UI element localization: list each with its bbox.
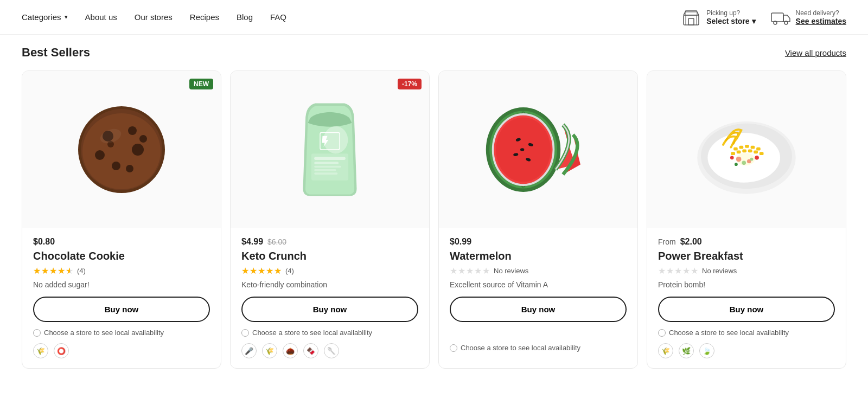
svg-point-36 bbox=[520, 148, 524, 151]
availability-dot bbox=[241, 329, 249, 337]
store-availability[interactable]: Choose a store to see local availability bbox=[22, 322, 221, 343]
product-icon: 🥄 bbox=[324, 343, 339, 358]
buy-now-button[interactable]: Buy now bbox=[450, 297, 627, 322]
availability-dot bbox=[33, 329, 41, 337]
nav-right: Picking up? Select store ▾ Need delivery… bbox=[681, 8, 846, 27]
availability-text: Choose a store to see local availability bbox=[44, 329, 164, 337]
svg-rect-46 bbox=[731, 152, 735, 155]
categories-button[interactable]: Categories ▾ bbox=[22, 12, 68, 22]
chevron-down-icon: ▾ bbox=[65, 14, 68, 21]
product-icon: ⭕ bbox=[54, 343, 69, 358]
store-label: Picking up? bbox=[706, 9, 755, 17]
svg-rect-49 bbox=[748, 149, 752, 152]
product-description: Keto-friendly combination bbox=[241, 280, 418, 289]
store-icon bbox=[681, 8, 701, 27]
svg-rect-3 bbox=[688, 18, 694, 25]
svg-point-13 bbox=[95, 150, 105, 160]
buy-now-button[interactable]: Buy now bbox=[658, 297, 835, 322]
review-count: (4) bbox=[77, 267, 86, 275]
product-name: Chocolate Cookie bbox=[33, 250, 210, 262]
store-picker[interactable]: Picking up? Select store ▾ bbox=[681, 8, 755, 27]
price-row: From $2.00 bbox=[658, 237, 835, 247]
svg-rect-47 bbox=[737, 150, 741, 153]
buy-now-button[interactable]: Buy now bbox=[241, 297, 418, 322]
product-image bbox=[439, 71, 637, 228]
price-row: $0.80 bbox=[33, 237, 210, 247]
svg-rect-25 bbox=[314, 169, 336, 171]
product-icon: 🌾 bbox=[262, 343, 277, 358]
product-image: NEW bbox=[22, 71, 221, 228]
product-icons: 🎤🌾🌰🍫🥄 bbox=[231, 343, 429, 368]
product-description: Protein bomb! bbox=[658, 280, 835, 289]
svg-rect-43 bbox=[745, 144, 749, 147]
store-availability[interactable]: Choose a store to see local availability bbox=[439, 337, 637, 358]
product-icons: 🌾🌿🍃 bbox=[647, 343, 846, 368]
price-row: $0.99 bbox=[450, 237, 627, 247]
product-icons: 🌾⭕ bbox=[22, 343, 221, 368]
stars-row: ★★★★★ ★★★★★ (4) bbox=[241, 266, 418, 276]
nav-blog[interactable]: Blog bbox=[237, 12, 253, 22]
product-icon: 🍫 bbox=[303, 343, 318, 358]
product-icon: 🍃 bbox=[699, 343, 714, 358]
svg-point-55 bbox=[730, 156, 734, 159]
svg-rect-44 bbox=[751, 145, 755, 149]
product-description: Excellent source of Vitamin A bbox=[450, 280, 627, 289]
product-grid: NEW $0.80 Chocolate Cookie ★★★★★ ★★★★★ (… bbox=[22, 70, 846, 369]
svg-rect-5 bbox=[771, 13, 783, 22]
section-title: Best Sellers bbox=[22, 46, 90, 60]
availability-dot bbox=[450, 344, 457, 352]
svg-point-15 bbox=[112, 162, 120, 170]
stars-row: ★★★★★ ★★★★★ (4) bbox=[33, 266, 210, 276]
store-availability[interactable]: Choose a store to see local availability bbox=[647, 322, 846, 343]
svg-rect-4 bbox=[685, 12, 697, 15]
svg-rect-23 bbox=[314, 162, 339, 165]
product-body: $0.99 Watermelon ★★★★★ ★★★★★ No reviews … bbox=[439, 228, 637, 337]
svg-point-10 bbox=[82, 113, 161, 189]
product-card-watermelon: $0.99 Watermelon ★★★★★ ★★★★★ No reviews … bbox=[438, 70, 638, 369]
product-image bbox=[647, 71, 846, 228]
delivery-picker[interactable]: Need delivery? See estimates bbox=[771, 8, 846, 27]
delivery-label: Need delivery? bbox=[796, 9, 846, 17]
view-all-products-link[interactable]: View all products bbox=[785, 48, 846, 57]
buy-now-button[interactable]: Buy now bbox=[33, 297, 210, 322]
product-card-keto-crunch: -17% $4.99 $6.00 Keto Crunch ★★★★★ ★★★★★ bbox=[230, 70, 430, 369]
stars-row: ★★★★★ ★★★★★ No reviews bbox=[658, 266, 835, 276]
svg-rect-26 bbox=[314, 172, 337, 175]
nav-recipes[interactable]: Recipes bbox=[190, 12, 219, 22]
product-image: -17% bbox=[231, 71, 429, 228]
product-icon: 🌾 bbox=[658, 343, 673, 358]
svg-rect-50 bbox=[754, 150, 758, 153]
review-count: No reviews bbox=[702, 267, 737, 275]
main-content: Best Sellers View all products NEW $0.80… bbox=[0, 35, 868, 390]
product-price-old: $6.00 bbox=[267, 237, 286, 246]
product-icon: 🌿 bbox=[679, 343, 694, 358]
svg-rect-41 bbox=[733, 147, 738, 150]
store-action: Select store ▾ bbox=[706, 17, 755, 25]
product-body: From $2.00 Power Breakfast ★★★★★ ★★★★★ N… bbox=[647, 228, 846, 322]
svg-point-27 bbox=[323, 126, 348, 153]
svg-point-16 bbox=[126, 165, 133, 172]
product-body: $4.99 $6.00 Keto Crunch ★★★★★ ★★★★★ (4) … bbox=[231, 228, 429, 322]
stars-row: ★★★★★ ★★★★★ No reviews bbox=[450, 266, 627, 276]
chevron-icon: ▾ bbox=[752, 17, 756, 25]
svg-rect-45 bbox=[756, 147, 761, 150]
svg-point-58 bbox=[735, 163, 738, 166]
nav-faq[interactable]: FAQ bbox=[270, 12, 286, 22]
product-description: No added sugar! bbox=[33, 280, 210, 289]
nav-stores[interactable]: Our stores bbox=[135, 12, 173, 22]
product-badge: NEW bbox=[189, 79, 213, 89]
product-name: Power Breakfast bbox=[658, 250, 835, 262]
product-icon: 🌰 bbox=[283, 343, 298, 358]
availability-text: Choose a store to see local availability bbox=[461, 344, 580, 352]
nav-about[interactable]: About us bbox=[85, 12, 117, 22]
store-info: Picking up? Select store ▾ bbox=[706, 9, 755, 25]
delivery-icon bbox=[771, 8, 790, 27]
product-card-power-breakfast: From $2.00 Power Breakfast ★★★★★ ★★★★★ N… bbox=[647, 70, 846, 369]
categories-label: Categories bbox=[22, 12, 61, 22]
delivery-action[interactable]: See estimates bbox=[796, 17, 846, 25]
stars-empty: ★★★★★ bbox=[658, 266, 699, 275]
store-availability[interactable]: Choose a store to see local availability bbox=[231, 322, 429, 343]
review-count: (4) bbox=[285, 267, 294, 275]
availability-dot bbox=[658, 329, 666, 337]
product-price: $2.00 bbox=[680, 237, 702, 247]
